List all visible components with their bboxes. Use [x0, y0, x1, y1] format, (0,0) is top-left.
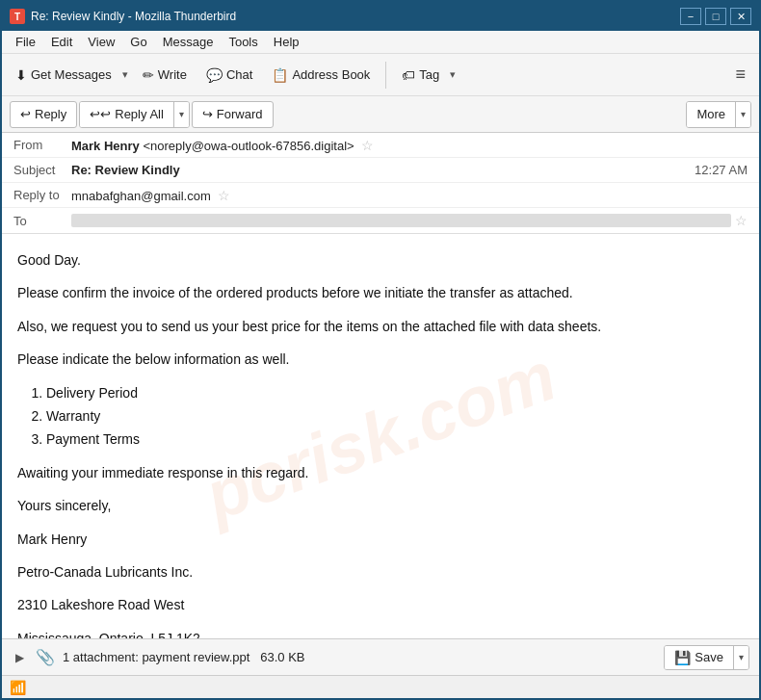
subject-text: Re: Review Kindly [71, 163, 180, 177]
closing2: Yours sincerely, [17, 495, 744, 516]
forward-button[interactable]: ↪ Forward [192, 101, 274, 128]
info-list: Delivery Period Warranty Payment Terms [46, 382, 744, 451]
reply-to-address: mnabafghan@gmail.com [71, 189, 211, 203]
attachment-name-count: 1 attachment: payment review.ppt [63, 650, 249, 664]
window-title: Re: Review Kindly - Mozilla Thunderbird [31, 10, 680, 23]
from-email: <noreply@owa-outlook-67856.digital> [143, 139, 354, 153]
subject-value: Re: Review Kindly [71, 163, 695, 177]
sig-name: Mark Henry [17, 529, 744, 550]
attachment-expand-button[interactable]: ▶ [12, 649, 28, 666]
toolbar-separator [385, 62, 386, 89]
reply-to-star[interactable]: ☆ [218, 188, 230, 203]
sig-address2: Mississauga, Ontario, L5J 1K2 [17, 628, 744, 638]
tag-group: 🏷 Tag ▾ [394, 59, 459, 91]
get-messages-dropdown[interactable]: ▾ [119, 59, 131, 91]
list-item-1: Delivery Period [46, 382, 744, 403]
reply-all-dropdown[interactable]: ▾ [174, 102, 189, 127]
write-button[interactable]: ✏ Write [135, 59, 195, 91]
reply-all-group: ↩↩ Reply All ▾ [79, 101, 190, 128]
get-messages-group: ⬇ Get Messages ▾ [8, 59, 131, 91]
email-time: 12:27 AM [695, 163, 748, 177]
maximize-button[interactable]: □ [705, 8, 726, 25]
attachment-icon: 📎 [36, 648, 55, 666]
chat-icon: 💬 [206, 67, 223, 83]
menu-help[interactable]: Help [266, 33, 307, 51]
main-window: T Re: Review Kindly - Mozilla Thunderbir… [0, 0, 761, 700]
window-controls: − □ ✕ [680, 8, 751, 25]
list-item-2: Warranty [46, 405, 744, 427]
attachment-bar: ▶ 📎 1 attachment: payment review.ppt 63.… [2, 638, 759, 675]
address-book-button[interactable]: 📋 Address Book [264, 59, 378, 91]
to-star[interactable]: ☆ [735, 213, 748, 228]
write-icon: ✏ [143, 67, 154, 83]
save-icon: 💾 [674, 650, 691, 665]
reply-to-label: Reply to [13, 188, 71, 202]
reply-all-icon: ↩↩ [90, 107, 111, 121]
subject-row: Subject Re: Review Kindly 12:27 AM [2, 158, 759, 183]
greeting: Good Day. [17, 249, 744, 271]
to-row: To ☆ [2, 208, 759, 233]
from-label: From [13, 138, 71, 152]
reply-to-row: Reply to mnabafghan@gmail.com ☆ [2, 183, 759, 208]
email-actions-bar: ↩ Reply ↩↩ Reply All ▾ ↪ Forward More ▾ [2, 96, 759, 133]
subject-label: Subject [13, 163, 71, 177]
save-group: 💾 Save ▾ [664, 645, 749, 670]
para1: Please confirm the invoice of the ordere… [17, 282, 744, 303]
address-book-icon: 📋 [272, 67, 288, 83]
get-messages-button[interactable]: ⬇ Get Messages [8, 59, 119, 91]
toolbar: ⬇ Get Messages ▾ ✏ Write 💬 Chat 📋 Addres… [2, 54, 759, 96]
title-bar: T Re: Review Kindly - Mozilla Thunderbir… [2, 2, 759, 31]
more-dropdown[interactable]: ▾ [736, 102, 750, 127]
reply-all-button[interactable]: ↩↩ Reply All [80, 102, 174, 127]
tag-icon: 🏷 [402, 67, 415, 83]
menu-message[interactable]: Message [155, 33, 222, 51]
menu-file[interactable]: File [8, 33, 43, 51]
more-group: More ▾ [686, 101, 751, 128]
menu-edit[interactable]: Edit [43, 33, 80, 51]
close-button[interactable]: ✕ [730, 8, 751, 25]
from-name: Mark Henry [71, 139, 140, 153]
to-label: To [13, 214, 71, 228]
sig-address1: 2310 Lakeshore Road West [17, 594, 744, 615]
forward-icon: ↪ [202, 107, 213, 121]
reply-icon: ↩ [20, 107, 31, 121]
email-body: pcrisk.com Good Day. Please confirm the … [2, 234, 759, 638]
from-value: Mark Henry <noreply@owa-outlook-67856.di… [71, 138, 748, 153]
status-bar: 📶 [2, 675, 759, 698]
get-messages-icon: ⬇ [15, 67, 27, 83]
menu-go[interactable]: Go [122, 33, 154, 51]
app-icon: T [10, 9, 25, 24]
menu-tools[interactable]: Tools [221, 33, 265, 51]
to-value [71, 214, 731, 227]
more-button[interactable]: More [687, 102, 736, 127]
from-row: From Mark Henry <noreply@owa-outlook-678… [2, 133, 759, 158]
para3-intro: Please indicate the below information as… [17, 349, 744, 370]
email-header: From Mark Henry <noreply@owa-outlook-678… [2, 133, 759, 234]
reply-button[interactable]: ↩ Reply [10, 101, 77, 128]
signature: Mark Henry Petro-Canada Lubricants Inc. … [17, 529, 744, 638]
minimize-button[interactable]: − [680, 8, 701, 25]
menu-view[interactable]: View [80, 33, 122, 51]
tag-button[interactable]: 🏷 Tag [394, 59, 447, 91]
save-dropdown[interactable]: ▾ [734, 646, 748, 669]
para2: Also, we request you to send us your bes… [17, 316, 744, 337]
list-item-3: Payment Terms [46, 428, 744, 450]
menu-bar: File Edit View Go Message Tools Help [2, 31, 759, 54]
connection-icon: 📶 [10, 680, 26, 695]
reply-to-value: mnabafghan@gmail.com ☆ [71, 188, 748, 203]
hamburger-menu-button[interactable]: ≡ [727, 59, 753, 91]
attachment-info: 1 attachment: payment review.ppt 63.0 KB [63, 650, 305, 664]
tag-dropdown[interactable]: ▾ [447, 59, 459, 91]
sig-company: Petro-Canada Lubricants Inc. [17, 561, 744, 583]
attachment-size: 63.0 KB [260, 650, 304, 664]
closing1: Awaiting your immediate response in this… [17, 462, 744, 483]
chat-button[interactable]: 💬 Chat [198, 59, 260, 91]
from-star[interactable]: ☆ [361, 138, 374, 153]
save-button[interactable]: 💾 Save [665, 646, 734, 669]
